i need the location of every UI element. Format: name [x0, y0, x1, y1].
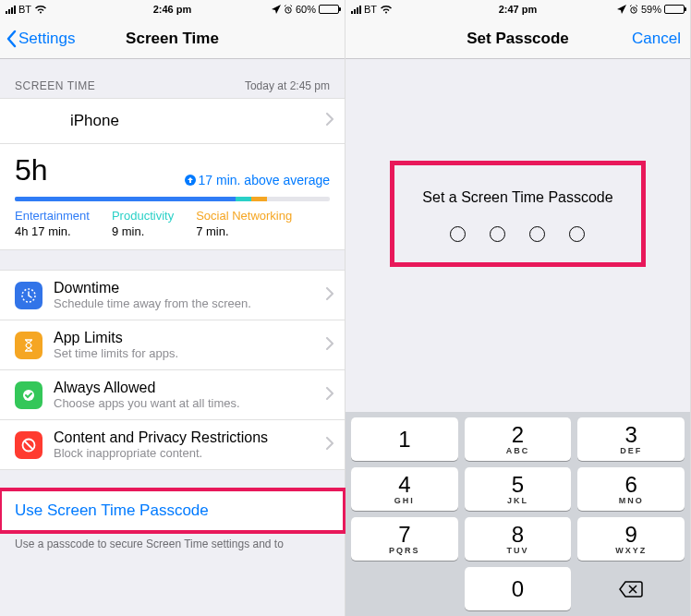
battery-icon [664, 5, 685, 14]
chevron-left-icon [6, 30, 17, 48]
key-delete[interactable] [577, 567, 685, 610]
device-name: iPhone [70, 112, 119, 130]
passcode-dot [569, 226, 585, 242]
location-icon [617, 5, 626, 14]
downtime-icon [15, 282, 42, 309]
passcode-prompt-box: Set a Screen Time Passcode [390, 161, 645, 267]
row-content-privacy[interactable]: Content and Privacy Restrictions Block i… [0, 419, 345, 470]
nav-bar: Settings Screen Time [0, 18, 345, 59]
clock-label: 2:47 pm [499, 4, 538, 15]
hourglass-icon [15, 332, 42, 359]
status-bar: BT 2:47 pm 59% [346, 0, 690, 18]
nav-title: Set Passcode [467, 30, 569, 48]
passcode-dots [422, 226, 612, 242]
key-2[interactable]: 2ABC [465, 417, 572, 461]
usage-bar [15, 197, 330, 201]
chevron-right-icon [326, 437, 333, 453]
row-app-limits[interactable]: App Limits Set time limits for apps. [0, 320, 345, 370]
chevron-right-icon [326, 287, 333, 304]
passcode-dot [450, 226, 466, 242]
nav-title: Screen Time [126, 30, 219, 48]
usage-total: 5h [15, 153, 48, 187]
battery-icon [319, 5, 339, 14]
key-0[interactable]: 0 [465, 567, 572, 610]
passcode-area: Set a Screen Time Passcode [346, 59, 690, 412]
no-entry-icon [15, 431, 42, 459]
carrier-label: BT [364, 4, 377, 15]
settings-group: Downtime Schedule time away from the scr… [0, 270, 345, 469]
passcode-prompt: Set a Screen Time Passcode [422, 189, 612, 206]
passcode-footnote: Use a passcode to secure Screen Time set… [0, 532, 345, 550]
status-bar: BT 2:46 pm 60% [0, 0, 345, 18]
usage-summary[interactable]: 5h 17 min. above average Entertainment 4… [0, 143, 345, 250]
battery-pct-label: 60% [296, 4, 316, 15]
key-1[interactable]: 1 [351, 417, 458, 461]
above-average-label: 17 min. above average [185, 173, 330, 187]
set-passcode-screen: BT 2:47 pm 59% Set Passcode Cancel Set a… [346, 0, 691, 616]
category-productivity: Productivity 9 min. [112, 209, 174, 238]
chevron-right-icon [326, 337, 333, 354]
screen-time-settings: BT 2:46 pm 60% Settings Screen Time SCRE… [0, 0, 346, 616]
key-blank [351, 567, 458, 610]
key-4[interactable]: 4GHI [351, 467, 458, 511]
category-breakdown: Entertainment 4h 17 min. Productivity 9 … [15, 209, 330, 238]
passcode-dot [529, 226, 545, 242]
battery-pct-label: 59% [641, 4, 661, 15]
category-entertainment: Entertainment 4h 17 min. [15, 209, 90, 238]
clock-label: 2:46 pm [153, 4, 192, 15]
row-always-allowed[interactable]: Always Allowed Choose apps you want at a… [0, 369, 345, 420]
key-9[interactable]: 9WXYZ [577, 517, 685, 561]
back-button[interactable]: Settings [6, 18, 75, 58]
row-downtime[interactable]: Downtime Schedule time away from the scr… [0, 270, 345, 320]
chevron-right-icon [326, 387, 333, 404]
section-header-label: SCREEN TIME [15, 79, 95, 92]
nav-bar: Set Passcode Cancel [346, 18, 690, 59]
alarm-icon [284, 5, 293, 14]
category-social: Social Networking 7 min. [196, 209, 292, 238]
signal-bars-icon [351, 6, 361, 14]
section-asof-label: Today at 2:45 pm [245, 79, 330, 92]
device-row[interactable]: iPhone [0, 98, 345, 144]
arrow-up-icon [185, 175, 196, 186]
chevron-right-icon [326, 112, 333, 130]
key-7[interactable]: 7PQRS [351, 517, 458, 561]
back-label: Settings [18, 30, 75, 48]
key-5[interactable]: 5JKL [465, 467, 572, 511]
passcode-dot [490, 226, 505, 242]
numeric-keypad: 1 2ABC 3DEF 4GHI 5JKL 6MNO 7PQRS 8TUV 9W… [346, 412, 690, 616]
carrier-label: BT [18, 4, 31, 15]
signal-bars-icon [6, 6, 16, 14]
key-6[interactable]: 6MNO [577, 467, 685, 511]
location-icon [272, 5, 281, 14]
alarm-icon [629, 5, 638, 14]
section-header: SCREEN TIME Today at 2:45 pm [0, 59, 345, 98]
wifi-icon [380, 5, 393, 14]
cancel-button[interactable]: Cancel [632, 18, 681, 58]
key-3[interactable]: 3DEF [577, 417, 685, 461]
check-badge-icon [15, 381, 42, 409]
backspace-icon [618, 580, 644, 598]
key-8[interactable]: 8TUV [465, 517, 572, 561]
wifi-icon [34, 5, 47, 14]
use-passcode-link[interactable]: Use Screen Time Passcode [0, 489, 345, 532]
